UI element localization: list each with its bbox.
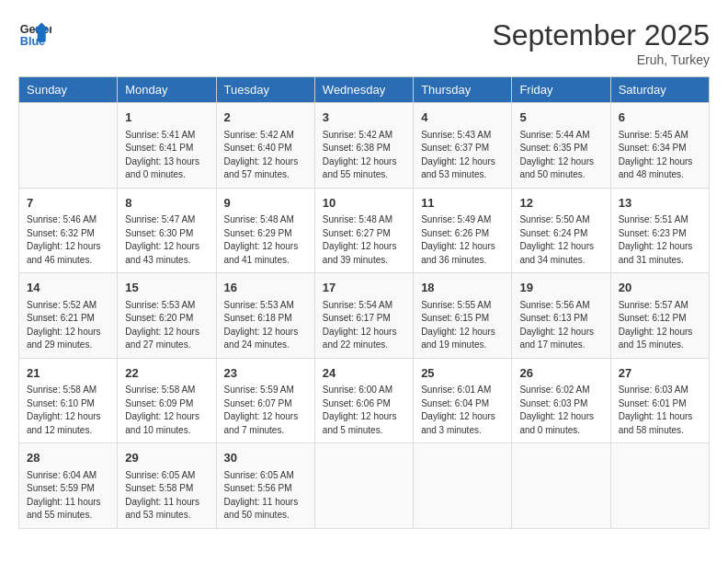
calendar-cell: 24Sunrise: 6:00 AM Sunset: 6:06 PM Dayli… [314,358,413,443]
calendar-cell: 14Sunrise: 5:52 AM Sunset: 6:21 PM Dayli… [19,273,118,359]
calendar-cell [512,443,610,529]
calendar-cell: 28Sunrise: 6:04 AM Sunset: 5:59 PM Dayli… [19,443,118,529]
calendar-cell: 22Sunrise: 5:58 AM Sunset: 6:09 PM Dayli… [118,358,216,443]
calendar-cell: 8Sunrise: 5:47 AM Sunset: 6:30 PM Daylig… [118,188,216,273]
day-info: Sunrise: 6:04 AM Sunset: 5:59 PM Dayligh… [27,469,109,523]
day-info: Sunrise: 5:45 AM Sunset: 6:34 PM Dayligh… [619,129,701,182]
day-number: 27 [619,364,701,383]
day-info: Sunrise: 5:56 AM Sunset: 6:13 PM Dayligh… [519,299,602,352]
weekday-header: Saturday [610,77,709,103]
weekday-header: Thursday [414,77,512,103]
day-info: Sunrise: 6:05 AM Sunset: 5:56 PM Dayligh… [224,469,307,523]
calendar-cell: 5Sunrise: 5:44 AM Sunset: 6:35 PM Daylig… [512,103,610,189]
day-info: Sunrise: 5:58 AM Sunset: 6:10 PM Dayligh… [27,384,109,437]
day-number: 1 [125,109,208,127]
calendar-cell: 1Sunrise: 5:41 AM Sunset: 6:41 PM Daylig… [118,103,216,189]
day-number: 16 [224,279,307,297]
day-info: Sunrise: 6:05 AM Sunset: 5:58 PM Dayligh… [125,469,208,523]
calendar-week-row: 28Sunrise: 6:04 AM Sunset: 5:59 PM Dayli… [19,443,710,529]
day-number: 3 [323,109,405,127]
weekday-header-row: SundayMondayTuesdayWednesdayThursdayFrid… [19,77,710,103]
weekday-header: Wednesday [314,77,413,103]
calendar-table: SundayMondayTuesdayWednesdayThursdayFrid… [18,76,710,529]
calendar-cell [414,443,512,529]
weekday-header: Monday [118,77,216,103]
calendar-week-row: 7Sunrise: 5:46 AM Sunset: 6:32 PM Daylig… [19,188,710,273]
title-block: September 2025 Eruh, Turkey [492,18,710,67]
weekday-header: Tuesday [216,77,314,103]
day-number: 25 [421,364,504,383]
day-info: Sunrise: 5:59 AM Sunset: 6:07 PM Dayligh… [224,384,307,437]
calendar-cell: 21Sunrise: 5:58 AM Sunset: 6:10 PM Dayli… [19,358,118,443]
day-number: 23 [224,364,307,383]
calendar-cell: 19Sunrise: 5:56 AM Sunset: 6:13 PM Dayli… [512,273,610,359]
calendar-week-row: 21Sunrise: 5:58 AM Sunset: 6:10 PM Dayli… [19,358,710,443]
calendar-cell: 7Sunrise: 5:46 AM Sunset: 6:32 PM Daylig… [19,188,118,273]
day-info: Sunrise: 5:47 AM Sunset: 6:30 PM Dayligh… [125,213,208,267]
calendar-cell: 20Sunrise: 5:57 AM Sunset: 6:12 PM Dayli… [610,273,709,359]
day-number: 15 [125,279,208,297]
calendar-cell: 27Sunrise: 6:03 AM Sunset: 6:01 PM Dayli… [610,358,709,443]
calendar-cell [19,103,118,189]
day-info: Sunrise: 5:52 AM Sunset: 6:21 PM Dayligh… [27,299,109,352]
day-info: Sunrise: 6:00 AM Sunset: 6:06 PM Dayligh… [323,384,405,437]
day-number: 14 [27,279,109,297]
calendar-cell: 11Sunrise: 5:49 AM Sunset: 6:26 PM Dayli… [414,188,512,273]
calendar-cell: 23Sunrise: 5:59 AM Sunset: 6:07 PM Dayli… [216,358,314,443]
day-info: Sunrise: 5:53 AM Sunset: 6:18 PM Dayligh… [224,299,307,352]
logo-icon: General Blue [18,18,51,52]
weekday-header: Sunday [19,77,118,103]
day-number: 2 [224,109,307,127]
day-number: 19 [519,279,602,297]
calendar-week-row: 14Sunrise: 5:52 AM Sunset: 6:21 PM Dayli… [19,273,710,359]
calendar-cell: 15Sunrise: 5:53 AM Sunset: 6:20 PM Dayli… [118,273,216,359]
calendar-cell: 16Sunrise: 5:53 AM Sunset: 6:18 PM Dayli… [216,273,314,359]
day-info: Sunrise: 6:01 AM Sunset: 6:04 PM Dayligh… [421,384,504,437]
day-info: Sunrise: 5:58 AM Sunset: 6:09 PM Dayligh… [125,384,208,437]
day-info: Sunrise: 5:50 AM Sunset: 6:24 PM Dayligh… [519,213,602,267]
day-number: 9 [224,194,307,213]
calendar-cell [314,443,413,529]
day-number: 26 [519,364,602,383]
month-title: September 2025 [492,18,710,52]
calendar-cell: 26Sunrise: 6:02 AM Sunset: 6:03 PM Dayli… [512,358,610,443]
page-header: General Blue September 2025 Eruh, Turkey [18,18,710,67]
calendar-week-row: 1Sunrise: 5:41 AM Sunset: 6:41 PM Daylig… [19,103,710,189]
day-number: 4 [421,109,504,127]
day-number: 30 [224,449,307,467]
day-info: Sunrise: 5:42 AM Sunset: 6:38 PM Dayligh… [323,129,405,182]
calendar-cell: 9Sunrise: 5:48 AM Sunset: 6:29 PM Daylig… [216,188,314,273]
day-number: 10 [323,194,405,213]
day-info: Sunrise: 5:54 AM Sunset: 6:17 PM Dayligh… [323,299,405,352]
day-info: Sunrise: 5:42 AM Sunset: 6:40 PM Dayligh… [224,129,307,182]
calendar-cell: 13Sunrise: 5:51 AM Sunset: 6:23 PM Dayli… [610,188,709,273]
day-number: 21 [27,364,109,383]
day-number: 17 [323,279,405,297]
day-number: 24 [323,364,405,383]
calendar-cell: 3Sunrise: 5:42 AM Sunset: 6:38 PM Daylig… [314,103,413,189]
day-info: Sunrise: 6:02 AM Sunset: 6:03 PM Dayligh… [519,384,602,437]
day-info: Sunrise: 5:55 AM Sunset: 6:15 PM Dayligh… [421,299,504,352]
day-info: Sunrise: 5:48 AM Sunset: 6:29 PM Dayligh… [224,213,307,267]
day-number: 7 [27,194,109,213]
calendar-cell: 18Sunrise: 5:55 AM Sunset: 6:15 PM Dayli… [414,273,512,359]
day-number: 8 [125,194,208,213]
day-number: 13 [619,194,701,213]
day-info: Sunrise: 5:57 AM Sunset: 6:12 PM Dayligh… [619,299,701,352]
calendar-cell: 10Sunrise: 5:48 AM Sunset: 6:27 PM Dayli… [314,188,413,273]
day-number: 11 [421,194,504,213]
calendar-cell: 17Sunrise: 5:54 AM Sunset: 6:17 PM Dayli… [314,273,413,359]
day-number: 29 [125,449,208,467]
day-info: Sunrise: 5:41 AM Sunset: 6:41 PM Dayligh… [125,129,208,182]
day-number: 28 [27,449,109,467]
day-info: Sunrise: 5:43 AM Sunset: 6:37 PM Dayligh… [421,129,504,182]
day-number: 12 [519,194,602,213]
calendar-cell: 30Sunrise: 6:05 AM Sunset: 5:56 PM Dayli… [216,443,314,529]
calendar-cell: 25Sunrise: 6:01 AM Sunset: 6:04 PM Dayli… [414,358,512,443]
calendar-cell: 2Sunrise: 5:42 AM Sunset: 6:40 PM Daylig… [216,103,314,189]
day-number: 20 [619,279,701,297]
day-info: Sunrise: 5:44 AM Sunset: 6:35 PM Dayligh… [519,129,602,182]
day-info: Sunrise: 6:03 AM Sunset: 6:01 PM Dayligh… [619,384,701,437]
weekday-header: Friday [512,77,610,103]
calendar-cell: 12Sunrise: 5:50 AM Sunset: 6:24 PM Dayli… [512,188,610,273]
